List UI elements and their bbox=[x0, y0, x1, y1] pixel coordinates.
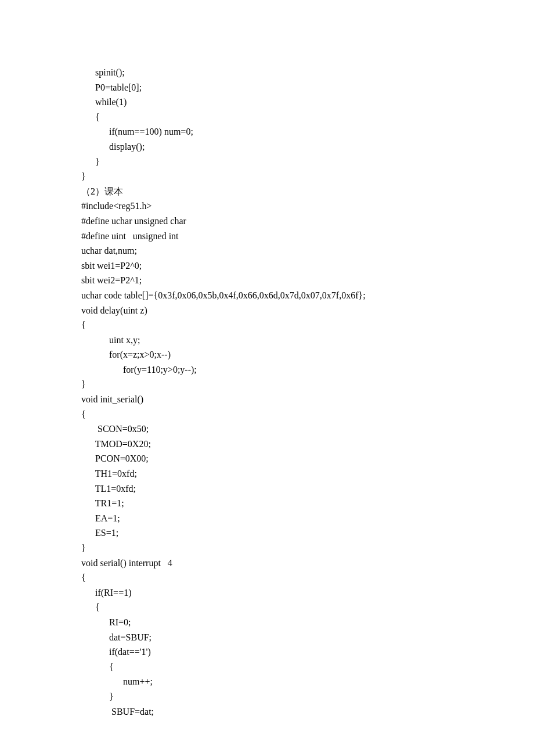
code-line: ES=1; bbox=[81, 525, 453, 541]
code-line: SCON=0x50; bbox=[81, 422, 453, 437]
code-line: } bbox=[81, 689, 453, 704]
code-line: if(RI==1) bbox=[81, 585, 453, 600]
code-line: P0=table[0]; bbox=[81, 80, 453, 95]
code-line: TMOD=0X20; bbox=[81, 437, 453, 452]
code-line: sbit wei1=P2^0; bbox=[81, 258, 453, 273]
code-line: } bbox=[81, 377, 453, 392]
code-line: RI=0; bbox=[81, 615, 453, 630]
code-line: for(y=110;y>0;y--); bbox=[81, 362, 453, 377]
code-line: { bbox=[81, 660, 453, 675]
code-line: uchar code table[]={0x3f,0x06,0x5b,0x4f,… bbox=[81, 288, 453, 303]
code-line: { bbox=[81, 407, 453, 422]
code-line: } bbox=[81, 154, 453, 170]
code-line: for(x=z;x>0;x--) bbox=[81, 347, 453, 362]
code-line: dat=SBUF; bbox=[81, 630, 453, 645]
code-line: #define uchar unsigned char bbox=[81, 214, 453, 229]
code-line: void init_serial() bbox=[81, 392, 453, 407]
code-line: num++; bbox=[81, 674, 453, 689]
code-line: if(num==100) num=0; bbox=[81, 124, 453, 139]
code-line: EA=1; bbox=[81, 511, 453, 526]
code-line: { bbox=[81, 570, 453, 585]
document-page: spinit(); P0=table[0]; while(1) { if(num… bbox=[0, 0, 534, 756]
code-line: { bbox=[81, 110, 453, 125]
code-line: void delay(uint z) bbox=[81, 303, 453, 318]
code-line: TH1=0xfd; bbox=[81, 466, 453, 481]
code-line: } bbox=[81, 541, 453, 556]
code-line: sbit wei2=P2^1; bbox=[81, 273, 453, 288]
code-line: SBUF=dat; bbox=[81, 704, 453, 719]
code-line: while(1) bbox=[81, 95, 453, 110]
code-line: #include<reg51.h> bbox=[81, 199, 453, 214]
code-line: void serial() interrupt 4 bbox=[81, 556, 453, 571]
code-line: } bbox=[81, 169, 453, 184]
code-line: spinit(); bbox=[81, 65, 453, 80]
code-line: uint x,y; bbox=[81, 333, 453, 348]
code-line: TR1=1; bbox=[81, 496, 453, 511]
code-line: { bbox=[81, 318, 453, 333]
code-line: { bbox=[81, 600, 453, 615]
code-line: （2）课本 bbox=[81, 184, 453, 199]
code-line: display(); bbox=[81, 139, 453, 154]
code-line: if(dat=='1') bbox=[81, 645, 453, 660]
code-line: uchar dat,num; bbox=[81, 243, 453, 258]
code-line: TL1=0xfd; bbox=[81, 481, 453, 496]
code-line: PCON=0X00; bbox=[81, 451, 453, 466]
code-line: #define uint unsigned int bbox=[81, 229, 453, 244]
